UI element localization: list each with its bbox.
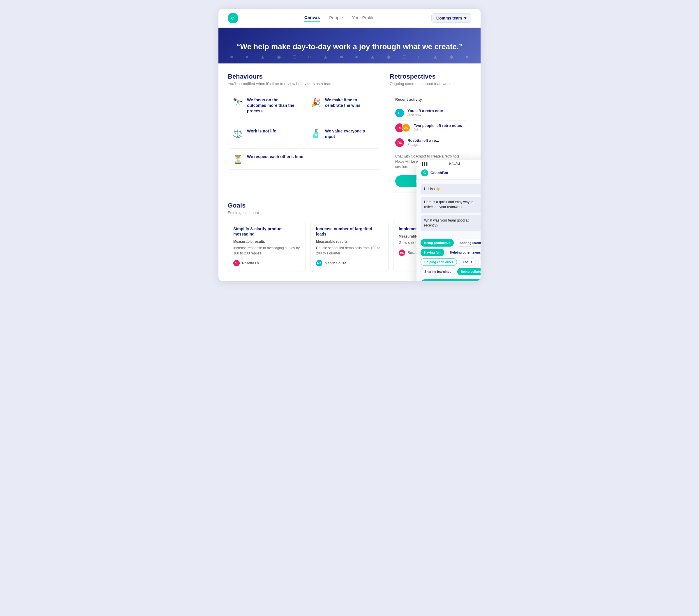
coachbot-messages: Hi Lisa 👋 Here is a quick and easy way t… xyxy=(417,179,480,237)
goal-avatar-1: MS xyxy=(316,260,322,266)
retro-info-2: Rosetta left a re... 3d ago xyxy=(407,138,466,147)
behaviours-section: Behaviours You'll be notified when it's … xyxy=(228,73,380,192)
coachbot-logo-icon: C xyxy=(421,170,428,176)
coachbot-header: C CoachBot Close xyxy=(417,166,480,179)
goal-card-1[interactable]: Increase number of targetted leads Measu… xyxy=(311,221,388,272)
retro-info-0: You left a retro note Just now xyxy=(407,109,466,117)
phone-status-bar: ▐▐▐ 9:41 AM 🔋 100% xyxy=(417,160,480,166)
retro-title: Retrospectives xyxy=(390,73,471,80)
retro-item-title-1: Two people left retro notes xyxy=(414,123,466,128)
hero-banner: “We help make day-to-day work a joy thro… xyxy=(219,28,480,64)
avatar-group-1: RL JK xyxy=(395,123,410,132)
retro-item-time-0: Just now xyxy=(407,113,466,117)
avatar-tj: TJ xyxy=(395,109,404,117)
chip-helping-each-other[interactable]: Helping each other xyxy=(421,258,457,266)
team-selector-button[interactable]: Comms team ▾ xyxy=(431,13,471,23)
avatar-jk: JK xyxy=(401,123,410,132)
goal-label-0: Measurable results xyxy=(233,240,300,244)
coachbot-logo: C CoachBot xyxy=(421,170,448,176)
chip-being-productive[interactable]: Being productive xyxy=(421,239,454,246)
nav: C Canvas People Your Profile Comms team … xyxy=(219,9,480,28)
chip-having-fun[interactable]: Having fun xyxy=(421,249,444,256)
retro-subtitle: Ongoing comments about teamwork xyxy=(390,81,471,86)
goal-avatar-2: RL xyxy=(399,250,405,256)
behaviour-text-4: We respect each other's time xyxy=(247,154,303,160)
retro-item-0[interactable]: TJ You left a retro note Just now xyxy=(395,106,466,121)
chevron-down-icon: ▾ xyxy=(464,16,466,21)
chip-focus[interactable]: Focus xyxy=(459,258,476,266)
goal-title-1: Increase number of targetted leads xyxy=(316,226,383,237)
behaviour-card-3[interactable]: 🧴 We value everyone's input xyxy=(306,123,380,145)
nav-profile[interactable]: Your Profile xyxy=(352,15,374,21)
behaviour-icon-3: 🧴 xyxy=(311,129,321,138)
hero-quote: “We help make day-to-day work a joy thro… xyxy=(228,42,471,52)
goal-card-0[interactable]: Simplify & clarify product messaging Mea… xyxy=(228,221,306,272)
goal-label-1: Measurable results xyxy=(316,240,383,244)
goal-owner-0: RL Rosetta Lo xyxy=(233,260,300,266)
goal-desc-0: Increase response to messaging survey by… xyxy=(233,245,300,256)
hero-shapes: ■●▲◆□○ ▲■●▲◆□ ○▲◆● xyxy=(219,54,480,60)
bot-message-2: What was your team good at recently? xyxy=(421,215,480,231)
behaviours-grid: 🔭 We focus on the outcomes more than the… xyxy=(228,92,380,170)
chips-row-1: Having fun Helping other teams xyxy=(421,249,480,256)
behaviour-card-4[interactable]: ⏳ We respect each other's time xyxy=(228,148,380,170)
behaviour-card-1[interactable]: 🎉 We make time to celebrate the wins xyxy=(306,92,380,119)
app-container: C Canvas People Your Profile Comms team … xyxy=(219,9,480,281)
chips-row-2: Helping each other Focus Trust xyxy=(421,258,480,266)
behaviour-icon-2: ⚖️ xyxy=(233,129,243,138)
chip-helping-other-teams[interactable]: Helping other teams xyxy=(446,249,480,256)
goal-title-0: Simplify & clarify product messaging xyxy=(233,226,300,237)
retro-item-1[interactable]: RL JK Two people left retro notes 2d ago xyxy=(395,121,466,135)
svg-text:C: C xyxy=(231,16,234,21)
logo[interactable]: C xyxy=(228,13,238,23)
nav-canvas[interactable]: Canvas xyxy=(304,15,320,22)
bot-message-1: Here is a quick and easy way to reflect … xyxy=(421,197,480,213)
chip-being-collaborative[interactable]: Being collaborative xyxy=(457,268,480,276)
retro-item-title-2: Rosetta left a re... xyxy=(407,138,466,143)
coachbot-done-button[interactable]: Done xyxy=(421,279,480,281)
chips-row-0: Being productive Sharing learnings xyxy=(421,239,480,246)
retro-info-1: Two people left retro notes 2d ago xyxy=(414,123,466,132)
behaviour-icon-1: 🎉 xyxy=(311,98,321,107)
nav-links: Canvas People Your Profile xyxy=(248,15,431,22)
retro-item-time-1: 2d ago xyxy=(414,128,466,132)
clock-time: 9:41 AM xyxy=(449,162,460,165)
avatar-rl2: RL xyxy=(395,138,404,147)
behaviour-text-2: Work is not life xyxy=(247,129,276,134)
goal-desc-1: Double scheduled demo calls from 100 to … xyxy=(316,245,383,256)
chip-trust[interactable]: Trust xyxy=(478,258,480,266)
chip-sharing-learnings-1[interactable]: Sharing learnings xyxy=(421,268,455,276)
behaviours-title: Behaviours xyxy=(228,73,380,80)
retro-item-title-0: You left a retro note xyxy=(407,109,466,113)
bot-message-0: Hi Lisa 👋 xyxy=(421,184,480,195)
nav-people[interactable]: People xyxy=(329,15,343,21)
chip-sharing-learnings-0[interactable]: Sharing learnings xyxy=(456,239,480,246)
retro-item-time-2: 3d ago xyxy=(407,143,466,147)
coachbot-chips: Being productive Sharing learnings Havin… xyxy=(417,236,480,281)
behaviour-icon-4: ⏳ xyxy=(233,155,243,164)
behaviour-card-0[interactable]: 🔭 We focus on the outcomes more than the… xyxy=(228,92,302,119)
goal-owner-1: MS Marvin Squire xyxy=(316,260,383,266)
behaviour-text-3: We value everyone's input xyxy=(325,129,375,139)
behaviour-icon-0: 🔭 xyxy=(233,98,243,107)
coachbot-overlay: ▐▐▐ 9:41 AM 🔋 100% C CoachBot Close Hi L… xyxy=(417,160,480,282)
recent-activity-label: Recent activity xyxy=(395,97,466,102)
coachbot-title: CoachBot xyxy=(431,171,448,175)
goal-avatar-0: RL xyxy=(233,260,240,266)
chips-row-3: Sharing learnings Being collaborative xyxy=(421,268,480,276)
retro-item-2[interactable]: RL Rosetta left a re... 3d ago xyxy=(395,135,466,150)
behaviour-text-0: We focus on the outcomes more than the p… xyxy=(247,97,298,114)
behaviour-card-2[interactable]: ⚖️ Work is not life xyxy=(228,123,302,145)
behaviour-text-1: We make time to celebrate the wins xyxy=(325,97,375,108)
behaviours-subtitle: You'll be notified when it's time to rev… xyxy=(228,81,380,86)
signal-icon: ▐▐▐ xyxy=(421,162,427,165)
